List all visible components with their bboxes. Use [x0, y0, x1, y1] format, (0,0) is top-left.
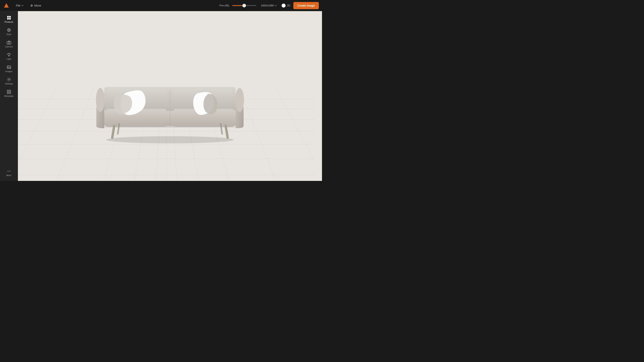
canvas-area[interactable]: .grid-line { stroke: #c8c4be; stroke-wid…: [18, 11, 322, 181]
sidebar-item-metadata[interactable]: Metadata: [2, 88, 16, 99]
settings-icon: [7, 77, 11, 82]
light-label: Light: [6, 58, 11, 60]
svg-rect-3: [7, 18, 9, 20]
light-icon: [7, 53, 11, 57]
2d-toggle[interactable]: 2D: [282, 4, 290, 8]
resolution-label: 1920x1080: [261, 4, 274, 7]
svg-rect-2: [9, 16, 11, 18]
more-label: More: [6, 174, 11, 176]
more-icon: [7, 169, 11, 173]
2d-toggle-indicator: [282, 4, 286, 8]
sidebar: Products Style Camera Ligh: [0, 11, 18, 181]
file-menu-button[interactable]: File: [14, 3, 25, 8]
metadata-icon: [7, 90, 11, 94]
camera-icon: [7, 40, 11, 45]
settings-label: Settings: [5, 82, 13, 85]
svg-rect-14: [7, 90, 8, 91]
svg-marker-0: [4, 3, 9, 8]
svg-rect-15: [9, 90, 11, 91]
sofa-container: [88, 50, 252, 146]
sidebar-item-settings[interactable]: Settings: [2, 75, 16, 87]
svg-rect-4: [9, 18, 11, 20]
create-image-label: Create Image: [297, 4, 315, 7]
svg-point-18: [7, 171, 8, 171]
sidebar-item-light[interactable]: Light: [2, 51, 16, 62]
metadata-label: Metadata: [4, 95, 14, 97]
resolution-button[interactable]: 1920x1080: [259, 3, 278, 8]
create-image-button[interactable]: Create Image: [293, 2, 319, 9]
svg-point-7: [8, 30, 9, 31]
svg-point-39: [106, 136, 234, 143]
images-icon: [7, 65, 11, 69]
style-icon: [7, 28, 11, 32]
svg-rect-11: [7, 66, 11, 69]
svg-rect-17: [9, 92, 11, 94]
style-label: Style: [6, 33, 11, 36]
sofa-illustration: [88, 50, 252, 146]
logo-area: [3, 3, 10, 9]
svg-point-9: [8, 42, 10, 44]
file-label: File: [16, 4, 20, 7]
svg-line-36: [18, 87, 57, 181]
svg-point-12: [8, 67, 8, 67]
images-label: Images: [5, 70, 12, 73]
topbar: File Move Fov (45) 1920x1080 2D Create I…: [0, 0, 322, 11]
svg-point-10: [8, 53, 10, 55]
move-icon: [30, 4, 33, 7]
chevron-down-icon: [21, 5, 24, 7]
sidebar-item-more[interactable]: More: [2, 167, 16, 178]
svg-point-13: [8, 79, 10, 80]
products-label: Products: [4, 21, 13, 23]
chevron-down-icon: [274, 5, 277, 7]
main-layout: Products Style Camera Ligh: [0, 11, 322, 181]
camera-label: Camera: [5, 45, 13, 48]
sidebar-item-style[interactable]: Style: [2, 26, 16, 38]
sidebar-item-camera[interactable]: Camera: [2, 38, 16, 50]
move-label: Move: [34, 4, 41, 7]
products-icon: [7, 16, 11, 20]
fov-slider[interactable]: [232, 5, 256, 6]
2d-label: 2D: [287, 4, 290, 7]
svg-point-19: [8, 171, 9, 171]
app-logo: [3, 3, 10, 9]
svg-line-35: [57, 87, 94, 181]
svg-rect-16: [7, 92, 8, 94]
svg-line-38: [276, 87, 315, 181]
sidebar-item-products[interactable]: Products: [2, 14, 16, 25]
sidebar-item-images[interactable]: Images: [2, 63, 16, 75]
fov-label: Fov (45): [220, 4, 229, 7]
svg-point-41: [96, 88, 105, 112]
svg-rect-1: [7, 16, 9, 18]
svg-point-20: [10, 171, 10, 171]
svg-point-42: [235, 88, 244, 112]
move-button[interactable]: Move: [28, 3, 43, 8]
